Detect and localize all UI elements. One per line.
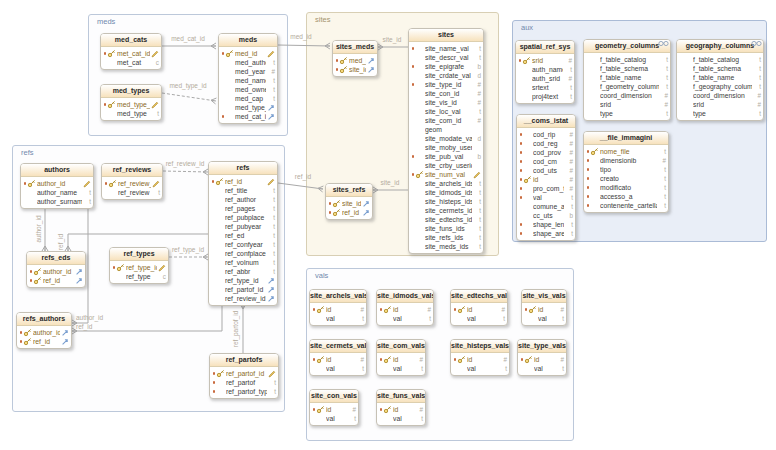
column-row[interactable]: ref_pubyeart [209, 222, 277, 231]
column-row[interactable]: author_id [27, 267, 85, 276]
column-row[interactable]: ref_authort [209, 195, 277, 204]
column-row[interactable]: author_id [17, 328, 71, 337]
column-row[interactable]: f_geometry_columnt [584, 82, 670, 91]
table-title[interactable]: ref_reviews [102, 164, 162, 177]
column-row[interactable]: coord_dimension# [584, 91, 670, 100]
table-geography_columns[interactable]: geography_columnsf_table_catalogtf_table… [676, 39, 764, 121]
column-row[interactable]: ref_id [326, 208, 372, 217]
column-row[interactable]: ref_edt [209, 231, 277, 240]
column-row[interactable]: valt [310, 364, 366, 373]
column-row[interactable]: site_type_id# [409, 80, 483, 89]
column-row[interactable]: med_authort [219, 58, 277, 67]
table-ref_types[interactable]: ref_typesref_type_idref_typec [109, 247, 169, 284]
table-title[interactable]: __coms_istat [517, 115, 575, 128]
column-row[interactable]: valt [310, 314, 366, 323]
column-row[interactable]: id# [377, 405, 425, 414]
table-title[interactable]: site_edtechs_vals [451, 290, 507, 303]
column-row[interactable]: id# [451, 355, 509, 364]
column-row[interactable]: site_name_valt [409, 44, 483, 53]
column-row[interactable]: shape_areat [517, 229, 575, 238]
column-row[interactable]: site_meds_idst [409, 242, 483, 251]
column-row[interactable]: med_type_id [219, 103, 277, 112]
column-row[interactable]: ref_id [27, 276, 85, 285]
table-geometry_columns[interactable]: geometry_columnsf_table_catalogtf_table_… [583, 39, 671, 121]
column-row[interactable]: ref_review_id [102, 179, 162, 188]
table-site_edtechs_vals[interactable]: site_edtechs_valsid#valt [450, 289, 508, 326]
column-row[interactable]: typet [677, 109, 763, 118]
column-row[interactable]: id# [377, 355, 425, 364]
column-row[interactable]: valt [377, 414, 425, 423]
column-row[interactable]: typet [584, 109, 670, 118]
column-row[interactable]: f_geography_columnt [677, 82, 763, 91]
column-row[interactable]: med_id [219, 49, 277, 58]
column-row[interactable]: site_crby_userid [409, 161, 483, 170]
column-row[interactable]: site_crdate_vald [409, 71, 483, 80]
column-row[interactable]: dimensionib# [584, 156, 668, 165]
column-row[interactable]: modificatot [584, 183, 668, 192]
table-sites_meds[interactable]: sites_medsmed_idsite_id [332, 40, 378, 77]
column-row[interactable]: site_cermets_idst [409, 206, 483, 215]
column-row[interactable]: cod_prov# [517, 148, 575, 157]
column-row[interactable]: tipot [584, 165, 668, 174]
table-site_con_vals[interactable]: site_con_valsid#valt [309, 389, 359, 426]
column-row[interactable]: met_catc [101, 58, 161, 67]
column-row[interactable]: site_loc_valt [409, 107, 483, 116]
column-row[interactable]: contenente_cartellat [584, 201, 668, 210]
column-row[interactable]: med_capt [219, 94, 277, 103]
table-__coms_istat[interactable]: __coms_istatcod_rip#cod_reg#cod_prov#cod… [516, 114, 576, 241]
column-row[interactable]: comune_at [517, 202, 575, 211]
column-row[interactable]: f_table_namet [584, 73, 670, 82]
table-title[interactable]: refs_eds [27, 252, 85, 265]
table-title[interactable]: refs [209, 162, 277, 175]
table-site_idmods_vals[interactable]: site_idmods_valsid#valt [376, 289, 434, 326]
column-row[interactable]: id# [451, 305, 507, 314]
table-title[interactable]: med_types [101, 85, 161, 98]
column-row[interactable]: f_table_schemat [584, 64, 670, 73]
column-row[interactable]: met_cat_id [101, 49, 161, 58]
column-row[interactable]: ref_typec [110, 272, 168, 281]
table-med_cats[interactable]: med_catsmet_cat_idmet_catc [100, 33, 162, 70]
column-row[interactable]: site_pub_valb [409, 152, 483, 161]
column-row[interactable]: geom [409, 125, 483, 134]
column-row[interactable]: ref_review_id [209, 294, 277, 303]
column-row[interactable]: site_con_id# [409, 89, 483, 98]
table-__file_immagini[interactable]: __file_immagininome_filetdimensionib#tip… [583, 131, 669, 213]
column-row[interactable]: site_id [326, 199, 372, 208]
column-row[interactable]: ref_id [17, 337, 71, 346]
column-row[interactable]: author_namet [21, 188, 93, 197]
column-row[interactable]: ref_pagest [209, 204, 277, 213]
column-row[interactable]: f_table_namet [677, 73, 763, 82]
column-row[interactable]: cod_reg# [517, 139, 575, 148]
table-title[interactable]: meds [219, 34, 277, 47]
column-row[interactable]: srid# [584, 100, 670, 109]
column-row[interactable]: auth_srid# [516, 74, 574, 83]
table-authors[interactable]: authorsauthor_idauthor_nametauthor_surna… [20, 163, 94, 209]
column-row[interactable]: id# [310, 405, 358, 414]
table-site_vis_vals[interactable]: site_vis_valsid#valt [521, 289, 567, 326]
table-sites_refs[interactable]: sites_refssite_idref_id [325, 183, 373, 220]
column-row[interactable]: coord_dimension# [677, 91, 763, 100]
table-title[interactable]: spatial_ref_sys [516, 41, 574, 54]
table-title[interactable]: __file_immagini [584, 132, 668, 145]
column-row[interactable]: ref_reviewt [102, 188, 162, 197]
table-refs_authors[interactable]: refs_authorsauthor_idref_id [16, 312, 72, 349]
table-ref_partofs[interactable]: ref_partofsref_partof_idref_partoftref_p… [209, 353, 279, 399]
column-row[interactable]: valt [518, 364, 566, 373]
table-site_histeps_vals[interactable]: site_histeps_valsid#valt [450, 339, 510, 376]
column-row[interactable]: site_id [333, 65, 377, 74]
table-title[interactable]: ref_types [110, 248, 168, 261]
column-row[interactable]: ref_type_id [110, 263, 168, 272]
table-title[interactable]: site_archels_vals [310, 290, 366, 303]
column-row[interactable]: id# [310, 355, 366, 364]
column-row[interactable]: ref_abbrt [209, 267, 277, 276]
column-row[interactable]: med_typet [101, 109, 161, 118]
column-row[interactable]: ref_partof_id [209, 285, 277, 294]
column-row[interactable]: valt [517, 193, 575, 202]
table-title[interactable]: site_type_vals [518, 340, 566, 353]
table-title[interactable]: ref_partofs [210, 354, 278, 367]
column-row[interactable]: pro_com_t# [517, 184, 575, 193]
table-ref_reviews[interactable]: ref_reviewsref_review_idref_reviewt [101, 163, 163, 200]
column-row[interactable]: med_year# [219, 67, 277, 76]
column-row[interactable]: srid# [677, 100, 763, 109]
column-row[interactable]: valt [451, 364, 509, 373]
